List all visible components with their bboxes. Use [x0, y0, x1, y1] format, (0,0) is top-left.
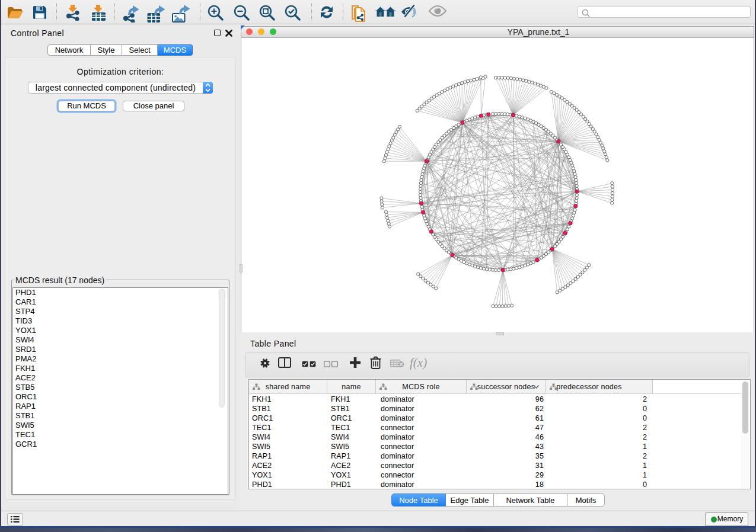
svg-text:f(x): f(x): [410, 355, 427, 370]
